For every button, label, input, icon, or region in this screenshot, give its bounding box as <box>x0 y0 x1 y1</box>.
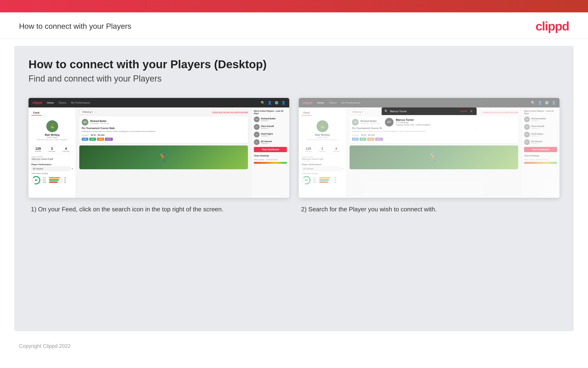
activity-avatar-2: RB <box>352 119 359 126</box>
clear-button[interactable]: CLEAR <box>460 110 467 112</box>
settings-icon[interactable]: ⚙️ <box>274 101 279 105</box>
list-item: HP Hiral Pujara Activities: 3 <box>524 132 557 138</box>
profile-role: Golf Coach <box>47 136 57 138</box>
profile-name: Blair McHarg <box>45 134 60 136</box>
nav-teams[interactable]: Teams <box>59 101 66 104</box>
player-list: RB Richard Butler Activities: 7 PP Piers… <box>254 117 287 145</box>
app-screenshot-2: clippd Home Teams My Performance 🔍 👤 ⚙️ … <box>299 98 560 198</box>
heatmap-bar-2 <box>524 162 557 164</box>
list-item: EV Eli Vincent Activities: 1 <box>254 139 287 145</box>
heatmap-bar <box>254 162 287 164</box>
heatmap-title-2: Team Heatmap <box>524 155 557 157</box>
feed-tab-1[interactable]: Feed <box>31 110 41 116</box>
step-2-description: 2) Search for the Player you wish to con… <box>299 205 560 213</box>
activity-card: RB Richard Butler Yesterday · The Grove … <box>79 117 248 143</box>
profile-icon[interactable]: 👤 <box>268 101 272 105</box>
stat-activities-2: 129 Activities <box>305 147 312 152</box>
donut-score: 84 <box>35 179 37 181</box>
activity-desc-2: Walking the course with my coach to buil… <box>352 130 516 132</box>
heatmap-title: Team Heatmap <box>254 155 287 157</box>
player-name-2a: Richard Butler <box>531 118 546 120</box>
tag-pills-2: OTT APP ARG PUTT <box>352 138 516 141</box>
app-nav-icons: 🔍 👤 ⚙️ 👤 <box>261 101 285 105</box>
latest-activity: Latest Activity Afternoon round of golf … <box>31 156 73 162</box>
following-button[interactable]: Following ▾ <box>79 110 96 114</box>
search-overlay: 🔍 Marcus Turner CLEAR ✕ MT Marcus Turner… <box>382 107 477 129</box>
activity-desc: Walking the course with my coach to buil… <box>82 130 246 132</box>
bar-ott: OTT 79 <box>43 177 66 179</box>
heatmap-low-2: -5 <box>524 165 525 166</box>
footer: Copyright Clippd 2022 <box>0 338 588 354</box>
search-result-location: Cypress Point Club, United Kingdom <box>396 124 430 126</box>
list-item: RB Richard Butler Activities: 7 <box>524 117 557 122</box>
player-avatar-4: EV <box>254 139 260 145</box>
donut-row: 84 OTT 79 APP <box>31 175 73 185</box>
duration-row-2: Duration 02 hr : 00 min <box>352 134 516 136</box>
heatmap-high-2: +5 <box>555 165 557 166</box>
bar-arg-2: ARG 61 <box>313 181 336 183</box>
player-avatar-3: HP <box>254 132 260 138</box>
stats-row-2: 129 Activities 3 Followers 4 Following <box>302 145 343 154</box>
most-active-title: Most Active Players - Last 30 days <box>254 110 287 115</box>
search-result[interactable]: MT Marcus Turner 1-5 Handicap Cypress Po… <box>382 115 477 129</box>
player-name-3: Hiral Pujara <box>261 133 273 135</box>
copyright: Copyright Clippd 2022 <box>19 343 71 349</box>
player-name-1: Richard Butler <box>261 118 276 120</box>
heatmap-low: -5 <box>254 165 255 166</box>
app-nav-items-2: Home Teams My Performance <box>317 101 360 104</box>
list-item: EV Eli Vincent Activities: 1 <box>524 139 557 145</box>
player-performance-header-2: Player Performance <box>302 163 343 166</box>
control-link[interactable]: Control who can see your activity and da… <box>212 111 248 113</box>
player-avatar-2a: RB <box>524 117 530 122</box>
activity-user-meta-2: Yesterday · The Grove <box>360 122 379 125</box>
main-content: How to connect with your Players (Deskto… <box>14 46 574 331</box>
search-icon-overlay: 🔍 <box>385 110 388 113</box>
player-acts-1: Activities: 7 <box>261 120 276 121</box>
nav-my-performance-2: My Performance <box>341 101 360 104</box>
player-select[interactable]: Eli Vincent <box>31 167 70 171</box>
list-item: RB Richard Butler Activities: 7 <box>254 117 287 122</box>
tag-arg: ARG <box>97 138 104 141</box>
player-avatar-1: RB <box>254 117 260 122</box>
chevron-down-icon[interactable]: ▾ <box>72 168 73 170</box>
heatmap-labels: -5 +5 <box>254 165 287 166</box>
list-item: PP Piers Parnell Activities: 4 <box>524 124 557 130</box>
tag-app-2: APP <box>360 138 366 141</box>
tag-app: APP <box>89 138 96 141</box>
team-dashboard-button[interactable]: Team Dashboard <box>254 147 287 152</box>
activity-user-meta: Yesterday · The Grove <box>90 122 109 125</box>
player-performance-row: Eli Vincent ▾ <box>31 167 73 171</box>
main-subtitle: Find and connect with your Players <box>28 74 560 84</box>
bar-arg: ARG 61 <box>43 181 66 183</box>
golfer-silhouette-2: 🏌️ <box>428 152 440 163</box>
left-panel-1: Feed ⛳ Blair McHarg Golf Coach Mill Ride… <box>28 107 76 198</box>
heatmap-subtitle-2: Player Quality · 20 Round Trend <box>524 159 557 160</box>
search-icon[interactable]: 🔍 <box>261 101 265 105</box>
avatar-icon[interactable]: 👤 <box>281 101 285 105</box>
app-logo-1: clippd <box>32 101 42 105</box>
latest-activity-2: Latest Activity Afternoon round of golf … <box>302 156 343 162</box>
donut-score-2: 84 <box>305 179 307 181</box>
donut-row-2: 84 OTT 79 APP <box>302 175 343 185</box>
stat-activities: 129 Activities <box>35 147 42 152</box>
heatmap-labels-2: -5 +5 <box>524 165 557 166</box>
golf-image-2: 🏌️ <box>350 146 518 169</box>
bar-ott-2: OTT 79 <box>313 177 336 179</box>
player-select-2: Eli Vincent <box>302 167 341 171</box>
left-panel-2: Feed ⛳ Blair McHarg Golf Coach Mill Ride… <box>299 107 346 198</box>
tag-pills: OTT APP ARG PUTT <box>82 138 246 141</box>
search-input[interactable]: Marcus Turner <box>390 110 458 113</box>
player-name-4: Eli Vincent <box>261 140 272 143</box>
app-logo-2: clippd <box>303 101 312 105</box>
right-panel-2: Most Active Players - Last 30 days RB Ri… <box>521 107 560 198</box>
team-dashboard-button-2: Team Dashboard <box>524 147 557 152</box>
following-row: Following ▾ Control who can see your act… <box>79 110 248 114</box>
player-acts-2: Activities: 4 <box>261 128 274 129</box>
profile-club-2: Mill Ride Golf Club, United Kingdom <box>307 138 338 141</box>
nav-home[interactable]: Home <box>47 101 54 104</box>
tag-ott-2: OTT <box>352 138 359 141</box>
close-search-button[interactable]: ✕ <box>469 109 474 113</box>
player-name-2d: Eli Vincent <box>531 140 542 143</box>
nav-my-performance[interactable]: My Performance <box>71 101 90 104</box>
profile-section-2: ⛳ Blair McHarg Golf Coach Mill Ride Golf… <box>302 118 343 143</box>
